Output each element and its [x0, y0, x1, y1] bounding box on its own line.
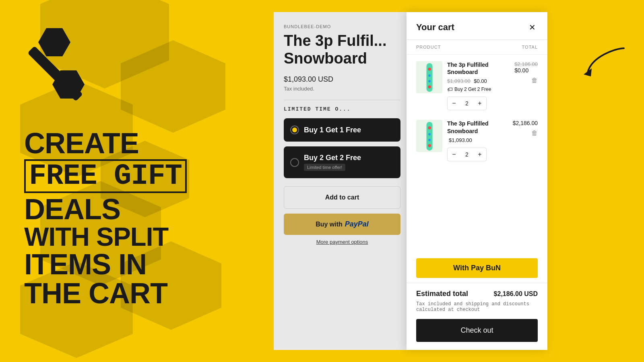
product-page-panel: BUNDLEBEE-DEMO The 3p Fulfil...Snowboard… — [274, 12, 411, 350]
deal-2-subtitle: Limited time offer! — [304, 164, 345, 171]
item-2-details: The 3p Fulfilled Snowboard $1,093.00 − 2… — [447, 120, 508, 161]
item-1-price-area: $2,186.00 $0.00 — [514, 61, 538, 74]
tax-label: Tax included. — [284, 86, 400, 92]
limited-time-label: LIMITED TIME O... — [284, 106, 400, 112]
item-2-price: $1,093.00 — [449, 137, 472, 143]
radio-dot-2 — [292, 160, 297, 165]
item-1-decrease-button[interactable]: − — [448, 97, 460, 110]
add-to-cart-button[interactable]: Add to cart — [284, 186, 400, 209]
item-1-increase-button[interactable]: + — [473, 97, 486, 110]
pay-bun-area: With Pay BuN — [407, 258, 547, 283]
more-payment-options[interactable]: More payment options — [284, 239, 400, 245]
item-2-quantity: 2 — [460, 151, 473, 158]
deal-tag-text: Buy 2 Get 2 Free — [454, 86, 491, 92]
svg-point-4 — [428, 68, 431, 71]
cart-item-1: The 3p Fulfilled Snowboard $1,093.00 $0.… — [416, 61, 538, 110]
item-2-qty-control: − 2 + — [447, 148, 487, 161]
pay-bun-button[interactable]: With Pay BuN — [416, 258, 538, 278]
paypal-logo: PayPal — [345, 220, 369, 228]
close-cart-button[interactable]: ✕ — [526, 22, 538, 33]
item-2-delete-button[interactable]: 🗑 — [531, 130, 538, 137]
item-1-original-price: $1,093.00 — [447, 78, 471, 84]
svg-point-6 — [428, 80, 431, 82]
item-1-details: The 3p Fulfilled Snowboard $1,093.00 $0.… — [447, 61, 510, 110]
svg-marker-0 — [38, 28, 70, 56]
cart-item-2: The 3p Fulfilled Snowboard $1,093.00 − 2… — [416, 120, 538, 161]
product-title: The 3p Fulfil...Snowboard — [284, 32, 400, 67]
cart-title: Your cart — [416, 22, 454, 33]
deal-option-1[interactable]: Buy 1 Get 1 Free — [284, 118, 400, 142]
estimated-note: Tax included and shipping and discountsc… — [416, 301, 538, 313]
cart-panel: Your cart ✕ PRODUCT TOTAL The 3p Fulfill… — [407, 12, 547, 350]
item-2-final-price: $2,186.00 — [513, 120, 538, 126]
item-2-image — [416, 120, 442, 152]
radio-dot-1 — [292, 128, 297, 132]
minus-icon-2: − — [452, 151, 456, 158]
estimated-total-label: Estimated total — [416, 290, 468, 298]
item-1-image — [416, 61, 442, 93]
arrow-annotation — [584, 40, 632, 82]
product-price: $1,093.00 USD — [284, 75, 400, 84]
buy-with-label: Buy with — [316, 221, 343, 228]
radio-circle-2 — [290, 158, 299, 167]
item-2-right: $2,186.00 🗑 — [513, 120, 538, 137]
estimated-total-amount: $2,186.00 USD — [494, 290, 538, 298]
deal-option-2[interactable]: Buy 2 Get 2 Free Limited time offer! — [284, 146, 400, 178]
headline-in-the-cart: THE CART — [24, 279, 237, 308]
svg-marker-13 — [584, 68, 592, 76]
svg-point-7 — [428, 85, 431, 88]
plus-icon: + — [478, 100, 481, 107]
svg-point-9 — [428, 126, 431, 130]
cart-items-list: The 3p Fulfilled Snowboard $1,093.00 $0.… — [407, 55, 547, 258]
brand-label: BUNDLEBEE-DEMO — [284, 24, 400, 29]
item-1-right: $2,186.00 $0.00 🗑 — [514, 61, 538, 84]
item-1-deal-tag: 🏷 Buy 2 Get 2 Free — [447, 86, 510, 93]
item-1-name: The 3p Fulfilled Snowboard — [447, 61, 510, 76]
item-2-decrease-button[interactable]: − — [448, 148, 460, 161]
checkout-button[interactable]: Check out — [416, 319, 538, 342]
deal-1-label: Buy 1 Get 1 Free — [304, 126, 361, 134]
item-1-strike-price: $2,186.00 — [514, 61, 538, 67]
item-1-qty-control: − 2 + — [447, 97, 487, 110]
headline-free-gift: FREE GIFT — [24, 159, 187, 193]
item-1-delete-button[interactable]: 🗑 — [531, 77, 538, 84]
close-icon: ✕ — [529, 23, 536, 32]
cart-column-headers: PRODUCT TOTAL — [407, 40, 547, 55]
radio-circle-1 — [290, 125, 299, 134]
headline-items: ITEMS IN — [24, 250, 237, 279]
cart-header: Your cart ✕ — [407, 12, 547, 40]
left-text-block: CREATE FREE GIFT DEALS WITH SPLIT ITEMS … — [24, 129, 237, 308]
col-total: TOTAL — [522, 45, 538, 49]
item-2-increase-button[interactable]: + — [473, 148, 486, 161]
headline-deals: DEALS — [24, 195, 237, 224]
tag-icon: 🏷 — [447, 86, 453, 93]
svg-point-12 — [428, 144, 431, 147]
item-1-sale-price: $0.00 — [474, 78, 487, 84]
plus-icon-2: + — [478, 151, 481, 158]
buy-paypal-button[interactable]: Buy with PayPal — [284, 214, 400, 235]
item-1-final-price: $0.00 — [514, 67, 538, 74]
headline-create: CREATE — [24, 129, 237, 158]
percent-icon — [24, 24, 105, 106]
svg-point-11 — [428, 139, 431, 141]
cart-footer: Estimated total $2,186.00 USD Tax includ… — [407, 283, 547, 350]
divider — [284, 100, 400, 100]
svg-point-5 — [428, 74, 431, 77]
deal-2-label: Buy 2 Get 2 Free — [304, 154, 361, 162]
item-1-quantity: 2 — [460, 100, 473, 107]
item-2-name: The 3p Fulfilled Snowboard — [447, 120, 508, 134]
svg-point-10 — [428, 133, 431, 136]
col-product: PRODUCT — [416, 45, 441, 49]
estimated-total-row: Estimated total $2,186.00 USD — [416, 290, 538, 298]
minus-icon: − — [452, 100, 456, 107]
headline-with-split: WITH SPLIT — [24, 224, 237, 250]
